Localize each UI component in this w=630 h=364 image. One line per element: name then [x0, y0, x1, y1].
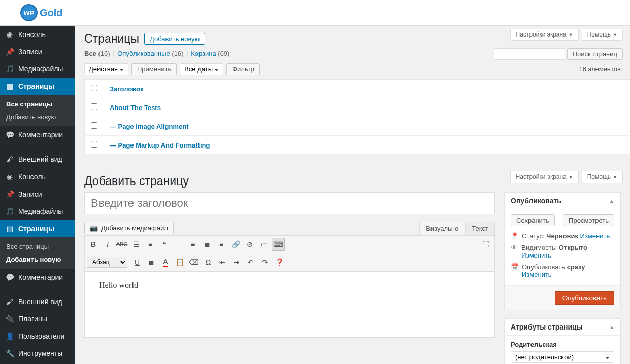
sidebar-item-tools[interactable]: 🔧Инструменты — [0, 345, 75, 362]
help-icon[interactable]: ❓ — [273, 256, 286, 269]
filter-all[interactable]: Все — [84, 50, 96, 57]
filter-published[interactable]: Опубликованные — [117, 50, 170, 57]
subitem-all-pages[interactable]: Все страницы — [0, 98, 75, 111]
numbered-list-icon[interactable]: ≡ — [144, 238, 157, 251]
filter-button[interactable]: Фильтр — [226, 63, 260, 75]
bulk-action-select[interactable]: Действия — [84, 63, 128, 75]
clear-format-icon[interactable]: ⌫ — [187, 256, 201, 269]
tablenav: Действия Применить Все даты Фильтр 16 эл… — [75, 61, 630, 79]
page-title: Страницы — [84, 32, 139, 46]
text-color-icon[interactable]: A — [159, 256, 172, 269]
hr-icon[interactable]: — — [172, 238, 185, 251]
subitem-add-new[interactable]: Добавить новую — [0, 111, 75, 123]
parent-select[interactable]: (нет родительской) — [511, 351, 614, 363]
pin-icon: 📌 — [5, 48, 14, 56]
collapse-icon[interactable]: ▲ — [609, 198, 614, 204]
more-icon[interactable]: ▭ — [257, 238, 271, 251]
link-icon[interactable]: 🔗 — [229, 238, 242, 251]
redo-icon[interactable]: ↷ — [258, 256, 272, 269]
sidebar-item-comments[interactable]: 💬Комментарии — [0, 269, 75, 286]
apply-button[interactable]: Применить — [131, 63, 177, 75]
pages-list-zone: ◉Консоль 📌Записи 🎵Медиафайлы ▤Страницы В… — [0, 25, 630, 168]
fullscreen-icon[interactable]: ⛶ — [479, 238, 492, 251]
publish-button[interactable]: Опубликовать — [555, 291, 614, 305]
wrench-icon: 🔧 — [5, 349, 14, 357]
sidebar-item-plugins[interactable]: 🔌Плагины — [0, 310, 75, 327]
sidebar-item-appearance[interactable]: 🖌Внешний вид — [0, 293, 75, 310]
tab-visual[interactable]: Визуально — [419, 222, 465, 235]
sidebar-item-users[interactable]: 👤Пользователи — [0, 327, 75, 345]
help-tab[interactable]: Помощь▼ — [582, 29, 623, 41]
edit-schedule-link[interactable]: Изменить — [522, 271, 552, 278]
row-checkbox[interactable] — [91, 141, 97, 148]
screen-options-tab[interactable]: Настройки экрана▼ — [510, 29, 579, 41]
save-draft-button[interactable]: Сохранить — [511, 214, 555, 226]
add-new-button[interactable]: Добавить новую — [144, 33, 205, 45]
value: Черновик — [546, 232, 578, 240]
align-center-icon[interactable]: ≣ — [201, 238, 214, 251]
chevron-down-icon: ▼ — [569, 175, 573, 180]
sidebar-item-dashboard[interactable]: ◉Консоль — [0, 168, 75, 186]
indent-icon[interactable]: ⇥ — [230, 256, 243, 269]
row-checkbox[interactable] — [91, 103, 97, 110]
strikethrough-icon[interactable]: ABC — [115, 238, 128, 251]
tab-text[interactable]: Текст — [465, 222, 495, 235]
align-left-icon[interactable]: ≡ — [186, 238, 200, 251]
sidebar-item-media[interactable]: 🎵Медиафайлы — [0, 203, 75, 220]
sidebar-item-pages[interactable]: ▤Страницы — [0, 78, 75, 95]
paste-text-icon[interactable]: 📋 — [173, 256, 186, 269]
schedule-row: 📅 Опубликовать сразу Изменить — [511, 261, 614, 280]
preview-button[interactable]: Просмотреть — [563, 214, 614, 226]
screen-options-tab[interactable]: Настройки экрана▼ — [510, 171, 579, 183]
pages-table: Заголовок About The Tests — Page Image A… — [84, 79, 630, 155]
outdent-icon[interactable]: ⇤ — [216, 256, 229, 269]
publish-box-body: Сохранить Просмотреть 📍 Статус: Черновик… — [505, 209, 620, 285]
page-link[interactable]: — Page Markup And Formatting — [110, 141, 210, 149]
sidebar-label: Консоль — [18, 30, 46, 39]
edit-visibility-link[interactable]: Изменить — [521, 251, 551, 259]
add-media-button[interactable]: 📷 Добавить медиафайл — [84, 222, 174, 234]
special-char-icon[interactable]: Ω — [202, 256, 215, 269]
italic-icon[interactable]: I — [101, 238, 114, 251]
row-checkbox[interactable] — [91, 122, 97, 129]
bold-icon[interactable]: B — [87, 238, 100, 251]
sidebar-label: Комментарии — [18, 273, 63, 281]
search-button[interactable]: Поиск страниц — [567, 48, 623, 60]
collapse-icon[interactable]: ▲ — [609, 324, 614, 330]
sidebar-item-dashboard[interactable]: ◉Консоль — [0, 26, 75, 43]
main-content: Настройки экрана▼ Помощь▼ Страницы Добав… — [75, 26, 630, 168]
undo-icon[interactable]: ↶ — [244, 256, 257, 269]
page-link[interactable]: — Page Image Alignment — [110, 123, 189, 130]
underline-icon[interactable]: U — [130, 256, 144, 269]
page-link[interactable]: About The Tests — [110, 104, 161, 112]
sidebar-item-appearance[interactable]: 🖌Внешний вид — [0, 151, 75, 168]
sidebar-item-posts[interactable]: 📌Записи — [0, 43, 75, 60]
sidebar-item-pages[interactable]: ▤Страницы — [0, 220, 75, 237]
sidebar-item-media[interactable]: 🎵Медиафайлы — [0, 60, 75, 78]
chevron-down-icon: ▼ — [613, 32, 617, 38]
select-all-checkbox[interactable] — [91, 85, 97, 91]
subitem-add-new[interactable]: Добавить новую — [0, 253, 75, 266]
unlink-icon[interactable]: ⊘ — [243, 238, 256, 251]
sidebar-item-posts[interactable]: 📌Записи — [0, 186, 75, 203]
blockquote-icon[interactable]: ❝ — [158, 238, 171, 251]
site-logo[interactable]: WP Gold — [20, 4, 63, 21]
align-right-icon[interactable]: ≡ — [215, 238, 228, 251]
align-justify-icon[interactable]: ≣ — [145, 256, 158, 269]
search-input[interactable] — [494, 48, 565, 60]
edit-status-link[interactable]: Изменить — [580, 232, 610, 240]
attributes-box: Атрибуты страницы ▲ Родительская (нет ро… — [504, 318, 621, 364]
title-input[interactable] — [84, 192, 495, 214]
bullet-list-icon[interactable]: ☰ — [129, 238, 143, 251]
publish-box-header: Опубликовать ▲ — [505, 193, 620, 209]
editor-content-area[interactable]: Hello world — [84, 272, 495, 338]
filter-trash[interactable]: Корзина — [191, 50, 216, 57]
toolbar-toggle-icon[interactable]: ⌨ — [272, 238, 285, 251]
subitem-all-pages[interactable]: Все страницы — [0, 240, 75, 253]
help-tab[interactable]: Помощь▼ — [582, 171, 623, 183]
editor-side-column: Опубликовать ▲ Сохранить Просмотреть 📍 С… — [504, 192, 621, 364]
paragraph-format-select[interactable]: Абзац — [87, 257, 127, 268]
sidebar-item-comments[interactable]: 💬Комментарии — [0, 126, 75, 143]
date-filter-select[interactable]: Все даты — [180, 63, 223, 75]
column-title[interactable]: Заголовок — [110, 85, 144, 93]
